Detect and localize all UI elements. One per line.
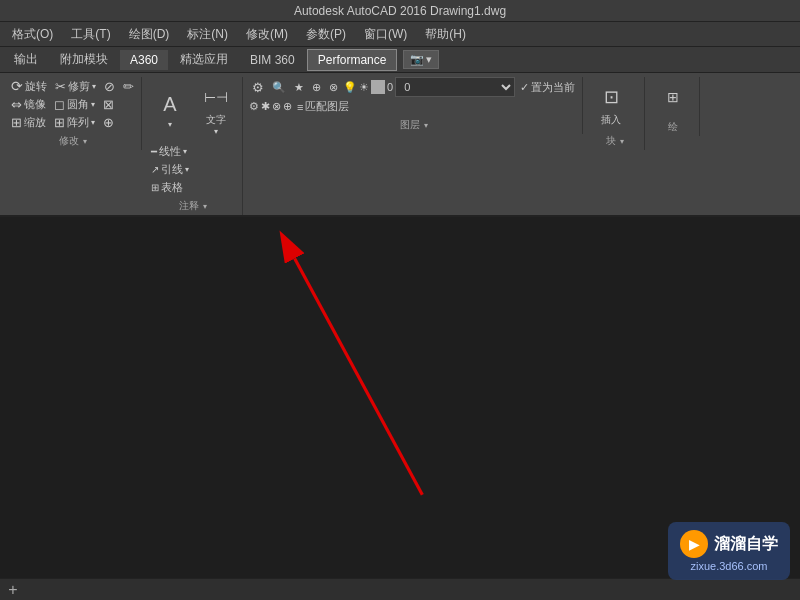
text-icon: A (154, 88, 186, 120)
menu-modify[interactable]: 修改(M) (238, 24, 296, 45)
btn-tool3[interactable]: ⊘ (101, 78, 118, 95)
btn-leader[interactable]: ↗ 引线 ▾ (148, 161, 192, 178)
btn-tool5[interactable]: ⊠ (100, 96, 117, 113)
tab-a360[interactable]: A360 (120, 50, 168, 70)
menu-bar: 格式(O) 工具(T) 绘图(D) 标注(N) 修改(M) 参数(P) 窗口(W… (0, 22, 800, 47)
watermark-sitename: 溜溜自学 (714, 534, 778, 555)
ribbon-content: ⟳ 旋转 ✂ 修剪 ▾ ⊘ ✏ (4, 77, 796, 215)
layer-add-icon: ⊕ (312, 81, 321, 94)
btn-fillet[interactable]: ◻ 圆角 ▾ (51, 96, 98, 113)
btn-rotate[interactable]: ⟳ 旋转 (8, 77, 50, 95)
btn-scale[interactable]: ⊞ 缩放 (8, 114, 49, 131)
btn-array[interactable]: ⊞ 阵列 ▾ (51, 114, 98, 131)
btn-layer-star[interactable]: ★ (291, 80, 307, 95)
layer-remove-icon: ⊗ (329, 81, 338, 94)
fillet-icon: ◻ (54, 97, 65, 112)
btn-layer-search[interactable]: 🔍 (269, 80, 289, 95)
dropdown-arrow-icon: ▾ (426, 53, 432, 66)
ribbon-group-insert: ⊡ 插入 块 ▾ (585, 77, 645, 150)
layer-icon2: ✱ (261, 100, 270, 113)
insert-row-1: ⊡ 插入 (589, 77, 640, 131)
dimension-icon: ⊢⊣ (200, 81, 232, 113)
ribbon-group-more: ⊞ 绘 (647, 77, 700, 136)
menu-format[interactable]: 格式(O) (4, 24, 61, 45)
menu-window[interactable]: 窗口(W) (356, 24, 415, 45)
btn-mirror[interactable]: ⇔ 镜像 (8, 96, 49, 113)
btn-trim[interactable]: ✂ 修剪 ▾ (52, 78, 99, 95)
array-icon: ⊞ (54, 115, 65, 130)
dimension-dropdown-icon: ▾ (214, 127, 218, 136)
linestyle-dropdown-icon: ▾ (183, 147, 187, 156)
btn-insert[interactable]: ⊡ 插入 (589, 77, 633, 131)
menu-param[interactable]: 参数(P) (298, 24, 354, 45)
leader-dropdown-icon: ▾ (185, 165, 189, 174)
sun-icon: ☀ (359, 81, 369, 94)
btn-more[interactable]: ⊞ (651, 77, 695, 117)
group-label-layer: 图层 ▾ (249, 118, 578, 132)
tool3-icon: ⊘ (104, 79, 115, 94)
new-tab-button[interactable]: + (4, 581, 22, 599)
btn-layer-add[interactable]: ⊕ (309, 80, 324, 95)
title-bar: Autodesk AutoCAD 2016 Drawing1.dwg (0, 0, 800, 22)
btn-layer-remove[interactable]: ⊗ (326, 80, 341, 95)
insert-icon: ⊡ (595, 81, 627, 113)
tab-icon-btn[interactable]: 📷 ▾ (403, 50, 439, 69)
layer-row-2: ⚙ ✱ ⊗ ⊕ ≡ 匹配图层 (249, 98, 578, 115)
layer-props-icon: ⚙ (252, 80, 264, 95)
text-dropdown-icon: ▾ (168, 120, 172, 129)
pencil-icon: ✏ (123, 79, 134, 94)
layer-dropdown[interactable]: 0 (395, 77, 515, 97)
tool6-icon: ⊕ (103, 115, 114, 130)
tab-performance[interactable]: Performance (307, 49, 398, 71)
more-row: ⊞ (651, 77, 695, 117)
insert-dropdown-arrow-icon: ▾ (620, 137, 624, 146)
layer-icon1: ⚙ (249, 100, 259, 113)
ribbon-row-1: ⟳ 旋转 ✂ 修剪 ▾ ⊘ ✏ (8, 77, 137, 95)
ribbon-group-layer: ⚙ 🔍 ★ ⊕ ⊗ 💡 ☀ (245, 77, 583, 134)
trim-icon: ✂ (55, 79, 66, 94)
btn-layer-props[interactable]: ⚙ (249, 79, 267, 96)
play-icon: ▶ (680, 530, 708, 558)
ribbon-row-text: A ▾ ⊢⊣ 文字 ▾ (148, 77, 238, 140)
camera-icon: 📷 (410, 53, 424, 66)
btn-tool4[interactable]: ✏ (120, 78, 137, 95)
tab-plugins[interactable]: 附加模块 (50, 48, 118, 71)
red-arrow-line (295, 258, 423, 494)
layer-icon4: ⊕ (283, 100, 292, 113)
layer-search-icon: 🔍 (272, 81, 286, 94)
ribbon-row-2: ⇔ 镜像 ◻ 圆角 ▾ ⊠ (8, 96, 137, 113)
ribbon-group-annotation: A ▾ ⊢⊣ 文字 ▾ ━ 线性 ▾ (144, 77, 243, 215)
btn-text[interactable]: A ▾ (148, 84, 192, 133)
trim-dropdown-icon: ▾ (92, 82, 96, 91)
btn-table[interactable]: ⊞ 表格 (148, 179, 186, 196)
ribbon-row-leader: ↗ 引线 ▾ (148, 161, 238, 178)
group-label-modify: 修改 ▾ (8, 134, 137, 148)
array-dropdown-icon: ▾ (91, 118, 95, 127)
tab-bim360[interactable]: BIM 360 (240, 50, 305, 70)
group-label-insert: 块 ▾ (589, 134, 640, 148)
tab-featured[interactable]: 精选应用 (170, 48, 238, 71)
btn-linestyle[interactable]: ━ 线性 ▾ (148, 143, 190, 160)
group-label-dropdown-icon: ▾ (83, 137, 87, 146)
match-icon: ≡ (297, 101, 303, 113)
canvas-area: + ▶ 溜溜自学 zixue.3d66.com (0, 217, 800, 600)
mirror-icon: ⇔ (11, 97, 22, 112)
menu-tools[interactable]: 工具(T) (63, 24, 118, 45)
btn-tool6[interactable]: ⊕ (100, 114, 117, 131)
ribbon-row-3: ⊞ 缩放 ⊞ 阵列 ▾ ⊕ (8, 114, 137, 131)
bulb-icon: 💡 (343, 81, 357, 94)
btn-dimension[interactable]: ⊢⊣ 文字 ▾ (194, 77, 238, 140)
drawing-tab-bar: + (0, 578, 800, 600)
tab-output[interactable]: 输出 (4, 48, 48, 71)
set-current-icon: ✓ (520, 81, 529, 94)
title-text: Autodesk AutoCAD 2016 Drawing1.dwg (294, 4, 506, 18)
btn-match-layer[interactable]: ≡ 匹配图层 (294, 98, 352, 115)
watermark-url: zixue.3d66.com (690, 560, 767, 572)
tab-bar: 输出 附加模块 A360 精选应用 BIM 360 Performance 📷 … (0, 47, 800, 73)
rotate-icon: ⟳ (11, 78, 23, 94)
btn-set-current[interactable]: ✓ 置为当前 (517, 79, 578, 96)
menu-annotate[interactable]: 标注(N) (179, 24, 236, 45)
menu-help[interactable]: 帮助(H) (417, 24, 474, 45)
menu-draw[interactable]: 绘图(D) (121, 24, 178, 45)
scale-icon: ⊞ (11, 115, 22, 130)
